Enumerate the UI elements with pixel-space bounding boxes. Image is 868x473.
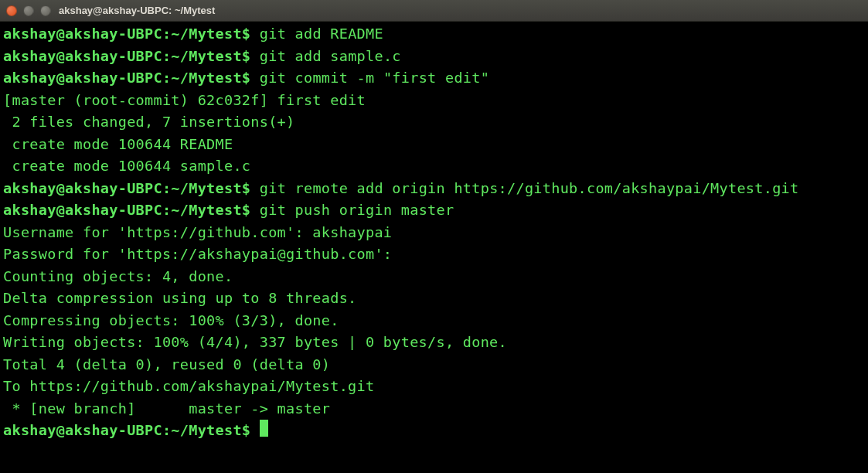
terminal-line: Total 4 (delta 0), reused 0 (delta 0) bbox=[3, 354, 865, 376]
prompt-symbol: $ bbox=[242, 48, 260, 64]
command-text: git commit -m "first edit" bbox=[260, 70, 489, 86]
prompt-symbol: $ bbox=[242, 180, 260, 196]
command-text: git remote add origin https://github.com… bbox=[260, 180, 799, 196]
window-controls bbox=[6, 5, 51, 16]
prompt-userhost: akshay@akshay-UBPC bbox=[3, 48, 162, 64]
output-text: Username for 'https://github.com': aksha… bbox=[3, 224, 392, 240]
output-text: create mode 100644 README bbox=[3, 136, 233, 152]
prompt-path: ~/Mytest bbox=[171, 48, 242, 64]
maximize-icon[interactable] bbox=[40, 5, 51, 16]
output-text: create mode 100644 sample.c bbox=[3, 158, 250, 174]
terminal-line: Delta compression using up to 8 threads. bbox=[3, 288, 865, 310]
prompt-separator: : bbox=[162, 180, 171, 196]
terminal-line: akshay@akshay-UBPC:~/Mytest$ git remote … bbox=[3, 178, 865, 200]
prompt-userhost: akshay@akshay-UBPC bbox=[3, 26, 162, 42]
terminal-line: akshay@akshay-UBPC:~/Mytest$ git add sam… bbox=[3, 46, 865, 68]
close-icon[interactable] bbox=[6, 5, 17, 16]
terminal-line: * [new branch] master -> master bbox=[3, 398, 865, 420]
terminal-line: akshay@akshay-UBPC:~/Mytest$ git commit … bbox=[3, 67, 865, 90]
prompt-userhost: akshay@akshay-UBPC bbox=[3, 70, 162, 86]
terminal-line: [master (root-commit) 62c032f] first edi… bbox=[3, 90, 865, 112]
terminal-line: Compressing objects: 100% (3/3), done. bbox=[3, 310, 865, 332]
command-text: git push origin master bbox=[260, 202, 454, 218]
cursor-icon bbox=[260, 420, 268, 437]
prompt-path: ~/Mytest bbox=[171, 70, 242, 86]
output-text: Total 4 (delta 0), reused 0 (delta 0) bbox=[3, 356, 330, 373]
terminal-line: Username for 'https://github.com': aksha… bbox=[3, 222, 865, 244]
terminal-body[interactable]: akshay@akshay-UBPC:~/Mytest$ git add REA… bbox=[0, 22, 868, 473]
titlebar: akshay@akshay-UBPC: ~/Mytest bbox=[0, 0, 868, 22]
output-text: [master (root-commit) 62c032f] first edi… bbox=[3, 92, 366, 108]
output-text: Password for 'https://akshaypai@github.c… bbox=[3, 246, 401, 262]
prompt-path: ~/Mytest bbox=[171, 180, 242, 196]
output-text: Compressing objects: 100% (3/3), done. bbox=[3, 312, 339, 328]
terminal-line: akshay@akshay-UBPC:~/Mytest$ bbox=[3, 420, 865, 442]
prompt-path: ~/Mytest bbox=[171, 26, 242, 42]
command-text: git add sample.c bbox=[260, 48, 401, 64]
window-title: akshay@akshay-UBPC: ~/Mytest bbox=[59, 5, 215, 16]
prompt-path: ~/Mytest bbox=[171, 202, 242, 218]
terminal-window: akshay@akshay-UBPC: ~/Mytest akshay@aksh… bbox=[0, 0, 868, 473]
prompt-symbol: $ bbox=[242, 422, 260, 438]
prompt-symbol: $ bbox=[242, 70, 260, 86]
prompt-symbol: $ bbox=[242, 26, 260, 42]
prompt-separator: : bbox=[162, 202, 171, 218]
terminal-line: Counting objects: 4, done. bbox=[3, 266, 865, 288]
prompt-userhost: akshay@akshay-UBPC bbox=[3, 422, 162, 438]
prompt-separator: : bbox=[162, 70, 171, 86]
prompt-separator: : bbox=[162, 48, 171, 64]
prompt-separator: : bbox=[162, 422, 171, 438]
output-text: Counting objects: 4, done. bbox=[3, 268, 233, 284]
prompt-userhost: akshay@akshay-UBPC bbox=[3, 180, 162, 196]
prompt-symbol: $ bbox=[242, 202, 260, 218]
terminal-line: akshay@akshay-UBPC:~/Mytest$ git add REA… bbox=[3, 23, 865, 46]
prompt-path: ~/Mytest bbox=[171, 422, 242, 438]
terminal-line: 2 files changed, 7 insertions(+) bbox=[3, 111, 865, 134]
prompt-separator: : bbox=[162, 26, 171, 42]
terminal-line: create mode 100644 sample.c bbox=[3, 155, 865, 178]
terminal-line: Password for 'https://akshaypai@github.c… bbox=[3, 243, 865, 266]
output-text: * [new branch] master -> master bbox=[3, 400, 330, 417]
minimize-icon[interactable] bbox=[23, 5, 34, 16]
output-text: 2 files changed, 7 insertions(+) bbox=[3, 114, 294, 130]
output-text: Delta compression using up to 8 threads. bbox=[3, 290, 357, 306]
prompt-userhost: akshay@akshay-UBPC bbox=[3, 202, 162, 218]
terminal-line: To https://github.com/akshaypai/Mytest.g… bbox=[3, 376, 865, 398]
output-text: To https://github.com/akshaypai/Mytest.g… bbox=[3, 378, 374, 394]
terminal-line: create mode 100644 README bbox=[3, 134, 865, 156]
command-text: git add README bbox=[260, 26, 383, 42]
terminal-line: akshay@akshay-UBPC:~/Mytest$ git push or… bbox=[3, 199, 865, 222]
terminal-line: Writing objects: 100% (4/4), 337 bytes |… bbox=[3, 332, 865, 354]
output-text: Writing objects: 100% (4/4), 337 bytes |… bbox=[3, 334, 507, 350]
